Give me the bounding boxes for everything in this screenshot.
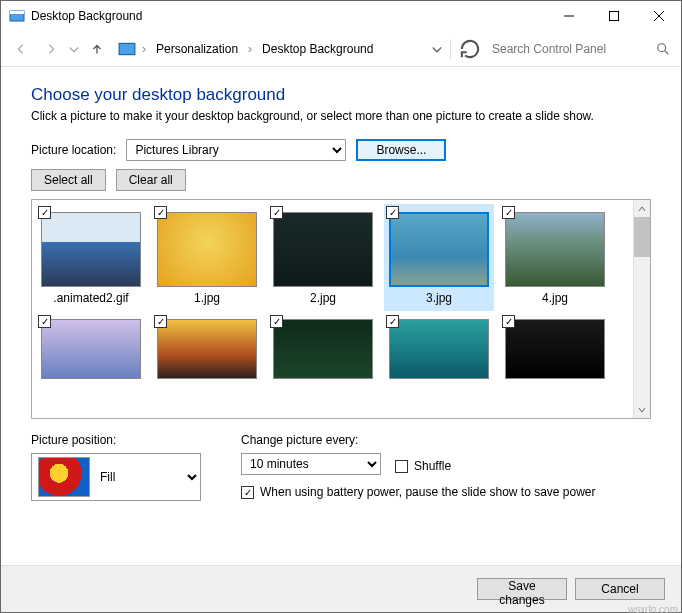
change-every-label: Change picture every: xyxy=(241,433,596,447)
search-box[interactable] xyxy=(485,36,675,62)
picture-tile[interactable] xyxy=(384,313,494,381)
picture-tile[interactable] xyxy=(36,313,146,381)
thumbnail xyxy=(389,212,489,287)
shuffle-label: Shuffle xyxy=(414,459,451,473)
picture-tile[interactable] xyxy=(500,313,610,381)
file-name: 4.jpg xyxy=(500,289,610,311)
navbar: › Personalization › Desktop Background xyxy=(1,31,681,67)
crumb-personalization[interactable]: Personalization xyxy=(150,39,244,59)
battery-label: When using battery power, pause the slid… xyxy=(260,485,596,499)
tile-checkbox[interactable] xyxy=(270,315,283,328)
svg-line-8 xyxy=(665,50,669,54)
thumbnail xyxy=(157,212,257,287)
file-name: 3.jpg xyxy=(384,289,494,311)
picture-tile[interactable]: 1.jpg xyxy=(152,204,262,311)
tile-checkbox[interactable] xyxy=(154,206,167,219)
file-name: 1.jpg xyxy=(152,289,262,311)
content: Choose your desktop background Click a p… xyxy=(1,67,681,565)
control-panel-icon xyxy=(118,40,136,58)
thumbnail xyxy=(273,319,373,379)
picture-tile[interactable]: .animated2.gif xyxy=(36,204,146,311)
chevron-right-icon: › xyxy=(140,42,148,56)
svg-rect-3 xyxy=(609,12,618,21)
picture-location-select[interactable]: Pictures Library xyxy=(126,139,346,161)
close-button[interactable] xyxy=(636,1,681,31)
thumbnail xyxy=(505,319,605,379)
picture-tile[interactable]: 3.jpg xyxy=(384,204,494,311)
search-input[interactable] xyxy=(490,41,656,57)
browse-button[interactable]: Browse... xyxy=(356,139,446,161)
page-description: Click a picture to make it your desktop … xyxy=(31,109,651,123)
picture-tile[interactable] xyxy=(268,313,378,381)
file-name: .animated2.gif xyxy=(36,289,146,311)
tile-checkbox[interactable] xyxy=(38,315,51,328)
thumbnail xyxy=(505,212,605,287)
up-button[interactable] xyxy=(83,36,111,62)
shuffle-checkbox[interactable] xyxy=(395,460,408,473)
svg-rect-6 xyxy=(119,43,135,54)
picture-gallery: .animated2.gif 1.jpg 2.jpg 3.jpg 4.jpg xyxy=(31,199,651,419)
position-preview xyxy=(38,457,90,497)
app-icon xyxy=(9,8,25,24)
search-icon xyxy=(656,42,670,56)
picture-tile[interactable]: 4.jpg xyxy=(500,204,610,311)
chevron-right-icon: › xyxy=(246,42,254,56)
save-button[interactable]: Save changes xyxy=(477,578,567,600)
scrollbar[interactable] xyxy=(633,200,650,418)
position-dropdown[interactable]: Fill xyxy=(96,454,200,500)
breadcrumb[interactable]: › Personalization › Desktop Background xyxy=(113,36,428,62)
tile-checkbox[interactable] xyxy=(502,315,515,328)
interval-select[interactable]: 10 minutes xyxy=(241,453,381,475)
page-heading: Choose your desktop background xyxy=(31,85,651,105)
picture-tile[interactable] xyxy=(152,313,262,381)
tile-checkbox[interactable] xyxy=(38,206,51,219)
clear-all-button[interactable]: Clear all xyxy=(116,169,186,191)
thumbnail xyxy=(273,212,373,287)
tile-checkbox[interactable] xyxy=(386,315,399,328)
picture-position-label: Picture position: xyxy=(31,433,201,447)
cancel-button[interactable]: Cancel xyxy=(575,578,665,600)
picture-location-label: Picture location: xyxy=(31,143,116,157)
battery-checkbox[interactable] xyxy=(241,486,254,499)
picture-tile[interactable]: 2.jpg xyxy=(268,204,378,311)
tile-checkbox[interactable] xyxy=(386,206,399,219)
minimize-button[interactable] xyxy=(546,1,591,31)
window: Desktop Background › Personalization › D… xyxy=(0,0,682,613)
watermark: wsxdn.com xyxy=(628,604,678,613)
thumbnail xyxy=(41,212,141,287)
maximize-button[interactable] xyxy=(591,1,636,31)
path-dropdown[interactable] xyxy=(430,36,444,62)
footer: Save changes Cancel xyxy=(1,565,681,612)
refresh-button[interactable] xyxy=(457,36,483,62)
recent-dropdown[interactable] xyxy=(67,36,81,62)
svg-point-7 xyxy=(658,43,666,51)
select-all-button[interactable]: Select all xyxy=(31,169,106,191)
crumb-desktop-background[interactable]: Desktop Background xyxy=(256,39,379,59)
thumbnail xyxy=(157,319,257,379)
scroll-down-button[interactable] xyxy=(634,401,650,418)
picture-position-select[interactable]: Fill xyxy=(31,453,201,501)
tile-checkbox[interactable] xyxy=(154,315,167,328)
forward-button[interactable] xyxy=(37,36,65,62)
back-button[interactable] xyxy=(7,36,35,62)
thumbnail xyxy=(389,319,489,379)
thumbnail xyxy=(41,319,141,379)
scroll-thumb[interactable] xyxy=(634,217,650,257)
scroll-up-button[interactable] xyxy=(634,200,650,217)
titlebar: Desktop Background xyxy=(1,1,681,31)
tile-checkbox[interactable] xyxy=(270,206,283,219)
svg-rect-1 xyxy=(10,11,24,14)
file-name: 2.jpg xyxy=(268,289,378,311)
window-title: Desktop Background xyxy=(31,9,546,23)
tile-checkbox[interactable] xyxy=(502,206,515,219)
